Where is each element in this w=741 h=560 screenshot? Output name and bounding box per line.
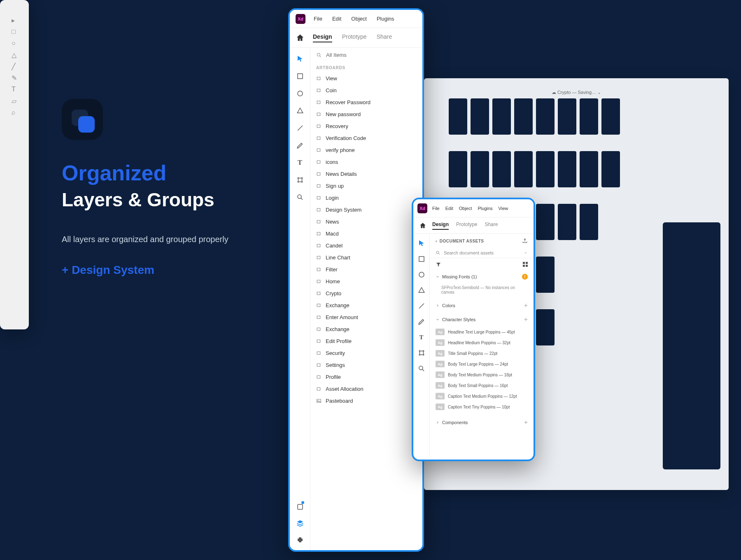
home-icon[interactable] — [296, 33, 305, 42]
add-component-icon[interactable]: + — [524, 419, 528, 426]
artboard-item[interactable]: Crypto — [310, 287, 422, 299]
tab-design[interactable]: Design — [432, 222, 449, 230]
back-icon[interactable]: ‹ — [436, 239, 437, 243]
artboard-item[interactable]: Enter Amount — [310, 311, 422, 323]
character-style-item[interactable]: AgCaption Text Medium Poppins — 12pt — [430, 391, 534, 401]
mini-artboard[interactable] — [449, 98, 467, 135]
ellipse-tool-icon[interactable] — [417, 270, 426, 279]
menu-file[interactable]: File — [432, 206, 440, 211]
add-color-icon[interactable]: + — [524, 302, 528, 309]
mini-artboard[interactable] — [536, 98, 555, 135]
tab-design[interactable]: Design — [313, 33, 332, 42]
menu-view[interactable]: View — [499, 206, 508, 211]
artboard-item[interactable]: View — [310, 72, 422, 84]
add-style-icon[interactable]: + — [524, 316, 528, 323]
mini-artboard[interactable] — [601, 151, 620, 187]
character-style-item[interactable]: AgHeadline Medium Poppins — 32pt — [430, 337, 534, 348]
mini-artboard[interactable] — [601, 98, 620, 135]
artboard-item[interactable]: Recovery — [310, 120, 422, 132]
menu-edit[interactable]: Edit — [445, 206, 453, 211]
mini-artboard[interactable] — [471, 151, 489, 187]
assets-search[interactable]: Search document assets — [430, 248, 534, 258]
share-icon[interactable] — [522, 238, 528, 244]
artboard-item[interactable]: Sign up — [310, 180, 422, 192]
select-tool-icon[interactable] — [296, 54, 305, 63]
components-section[interactable]: Components + — [430, 415, 534, 429]
pen-tool-icon[interactable] — [296, 141, 305, 150]
xd-logo-icon[interactable]: Xd — [417, 203, 427, 213]
character-style-item[interactable]: AgBody Text Medium Poppins — 18pt — [430, 369, 534, 380]
artboard-item[interactable]: News Details — [310, 168, 422, 180]
mini-artboard[interactable] — [536, 204, 555, 240]
chevron-down-icon[interactable] — [524, 251, 528, 255]
plugins-icon[interactable] — [296, 535, 305, 544]
character-style-item[interactable]: AgBody Text Small Poppins — 16pt — [430, 380, 534, 391]
polygon-tool-icon[interactable] — [417, 286, 426, 295]
mini-artboard[interactable] — [580, 98, 598, 135]
tab-share[interactable]: Share — [377, 33, 392, 42]
text-tool-icon[interactable]: T — [296, 158, 305, 167]
polygon-tool-icon[interactable] — [296, 106, 305, 115]
mini-artboard[interactable] — [471, 98, 489, 135]
artboard-item[interactable]: Security — [310, 347, 422, 359]
missing-fonts-section[interactable]: Missing Fonts (1) ! — [430, 271, 534, 283]
zoom-tool-icon[interactable] — [417, 364, 426, 373]
artboard-item[interactable]: Macd — [310, 228, 422, 240]
mini-artboard[interactable] — [558, 151, 576, 187]
artboard-item[interactable]: Exchange — [310, 299, 422, 311]
mini-artboard[interactable] — [492, 98, 511, 135]
artboard-item[interactable]: Line Chart — [310, 252, 422, 264]
mini-artboard[interactable] — [558, 204, 576, 240]
artboard-item[interactable]: Design System — [310, 204, 422, 216]
artboard-item[interactable]: Asset Allocation — [310, 383, 422, 395]
artboard-item[interactable]: Candel — [310, 240, 422, 252]
artboard-item[interactable]: Home — [310, 275, 422, 287]
artboard-item[interactable]: Settings — [310, 359, 422, 371]
artboard-item[interactable]: Login — [310, 192, 422, 204]
artboard-item[interactable]: New password — [310, 108, 422, 120]
artboard-item[interactable]: Recover Password — [310, 96, 422, 108]
mini-artboard[interactable] — [536, 309, 555, 345]
character-style-item[interactable]: AgBody Text Large Poppins — 24pt — [430, 359, 534, 369]
home-icon[interactable] — [419, 222, 426, 229]
layers-icon[interactable] — [296, 519, 305, 528]
artboard-item[interactable]: icons — [310, 156, 422, 168]
pen-tool-icon[interactable] — [417, 317, 426, 326]
mini-artboard[interactable] — [514, 151, 533, 187]
rectangle-tool-icon[interactable] — [296, 72, 305, 81]
colors-section[interactable]: Colors + — [430, 299, 534, 313]
menu-file[interactable]: File — [314, 16, 322, 22]
tab-prototype[interactable]: Prototype — [456, 222, 477, 230]
artboard-item[interactable]: Pasteboard — [310, 395, 422, 407]
menu-edit[interactable]: Edit — [332, 16, 341, 22]
document-assets-header[interactable]: ‹ DOCUMENT ASSETS — [430, 234, 534, 248]
tab-prototype[interactable]: Prototype — [342, 33, 367, 42]
artboard-item[interactable]: News — [310, 216, 422, 228]
artboard-item[interactable]: Exchange — [310, 323, 422, 335]
mini-artboard[interactable] — [536, 151, 555, 187]
filter-icon[interactable] — [436, 261, 441, 267]
artboard-item[interactable]: Verification Code — [310, 132, 422, 144]
mini-artboard[interactable] — [492, 151, 511, 187]
line-tool-icon[interactable] — [417, 301, 426, 310]
menu-plugins[interactable]: Plugins — [478, 206, 493, 211]
mini-artboard[interactable] — [514, 98, 533, 135]
mini-artboard[interactable] — [449, 151, 467, 187]
artboard-item[interactable]: Filter — [310, 264, 422, 275]
mini-artboard[interactable] — [580, 151, 598, 187]
character-style-item[interactable]: AgTitle Small Poppins — 22pt — [430, 348, 534, 359]
xd-logo-icon[interactable]: Xd — [296, 14, 305, 24]
ellipse-tool-icon[interactable] — [296, 89, 305, 98]
rectangle-tool-icon[interactable] — [417, 254, 426, 264]
select-tool-icon[interactable] — [417, 239, 426, 248]
grid-view-icon[interactable] — [523, 262, 528, 267]
text-tool-icon[interactable]: T — [417, 333, 426, 342]
artboard-item[interactable]: Coin — [310, 84, 422, 96]
mini-artboard[interactable] — [536, 257, 555, 293]
design-system-artboard[interactable] — [663, 222, 720, 469]
tab-share[interactable]: Share — [485, 222, 498, 230]
line-tool-icon[interactable] — [296, 124, 305, 133]
artboard-item[interactable]: verify phone — [310, 144, 422, 156]
artboard-item[interactable]: Profile — [310, 371, 422, 383]
dropdown-caret-icon[interactable]: ⌄ — [597, 90, 601, 95]
